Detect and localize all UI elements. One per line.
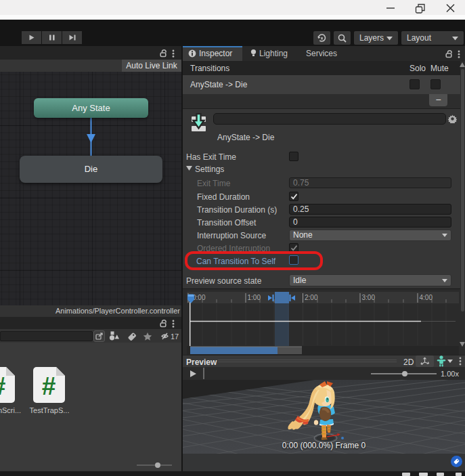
svg-text:2:00: 2:00: [305, 294, 318, 301]
svg-text:17: 17: [171, 332, 179, 341]
svg-text:#: #: [0, 372, 5, 400]
svg-text:1:00: 1:00: [248, 294, 261, 301]
svg-text:4:00: 4:00: [420, 294, 433, 301]
svg-text:#: #: [42, 372, 56, 400]
svg-text:3:00: 3:00: [362, 294, 376, 301]
